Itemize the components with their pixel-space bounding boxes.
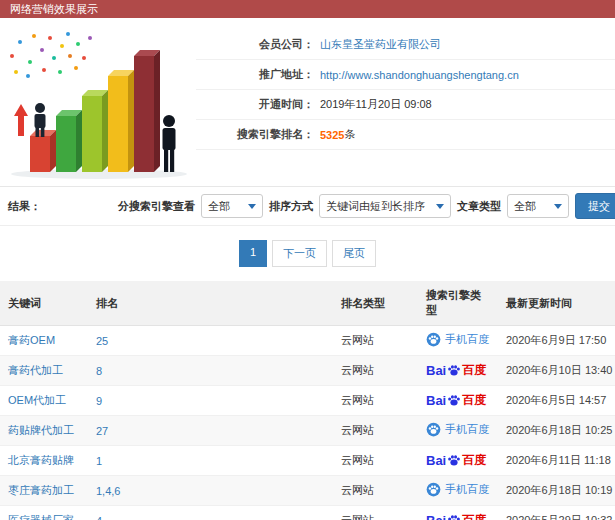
bar-yellow <box>108 70 134 172</box>
sort-select[interactable]: 关键词由短到长排序 <box>319 194 451 218</box>
type-select[interactable]: 全部 <box>507 194 569 218</box>
table-row: 膏药OEM25云网站手机百度2020年6月9日 17:50 <box>0 326 615 356</box>
baidu-logo: Bai百度 <box>426 362 486 379</box>
mobile-baidu-icon <box>426 482 441 497</box>
bar-green <box>56 110 82 172</box>
rank-type-cell: 云网站 <box>333 356 418 386</box>
results-table: 关键词排名排名类型搜索引擎类型最新更新时间 膏药OEM25云网站手机百度2020… <box>0 281 615 520</box>
engine-cell: Bai百度 <box>418 386 498 416</box>
updated-time-cell: 2020年6月5日 14:57 <box>498 386 615 416</box>
info-row: 会员公司：山东皇圣堂药业有限公司 <box>196 30 615 60</box>
info-value[interactable]: http://www.shandonghuangshengtang.cn <box>320 69 519 81</box>
engine-cell: Bai百度 <box>418 506 498 520</box>
baidu-paw-icon <box>447 514 461 520</box>
last-page-button[interactable]: 尾页 <box>332 240 376 267</box>
businessman-right <box>163 115 176 172</box>
engine-cell: Bai百度 <box>418 446 498 476</box>
baidu-paw-icon <box>447 394 461 407</box>
mobile-baidu-icon <box>426 422 441 437</box>
rank-cell: 1 <box>88 446 333 476</box>
baidu-cn-label: 百度 <box>462 362 486 379</box>
baidu-latin: Bai <box>426 513 446 520</box>
mobile-baidu-logo: 手机百度 <box>426 482 489 497</box>
keyword-cell[interactable]: 枣庄膏药加工 <box>0 476 88 506</box>
baidu-latin: Bai <box>426 453 446 468</box>
rank-cell: 27 <box>88 416 333 446</box>
page-header: 网络营销效果展示 <box>0 0 615 18</box>
table-row: 药贴牌代加工27云网站手机百度2020年6月18日 10:25 <box>0 416 615 446</box>
info-label: 搜索引擎排名： <box>196 127 314 142</box>
column-header: 排名 <box>88 281 333 326</box>
updated-time-cell: 2020年6月18日 10:19 <box>498 476 615 506</box>
rank-cell: 1,4,6 <box>88 476 333 506</box>
baidu-logo: Bai百度 <box>426 512 486 520</box>
type-filter-label: 文章类型 <box>457 199 501 214</box>
mobile-baidu-logo: 手机百度 <box>426 332 489 347</box>
updated-time-cell: 2020年5月29日 10:32 <box>498 506 615 520</box>
table-row: OEM代加工9云网站Bai百度2020年6月5日 14:57 <box>0 386 615 416</box>
filter-bar: 结果： 分搜索引擎查看 全部 排序方式 关键词由短到长排序 文章类型 全部 提交 <box>0 186 615 226</box>
info-row: 搜索引擎排名：5325条 <box>196 120 615 150</box>
rank-type-cell: 云网站 <box>333 476 418 506</box>
keyword-cell[interactable]: 医疗器械厂家 <box>0 506 88 520</box>
rank-type-cell: 云网站 <box>333 326 418 356</box>
chevron-down-icon <box>554 204 562 209</box>
rank-type-cell: 云网站 <box>333 506 418 520</box>
table-row: 枣庄膏药加工1,4,6云网站手机百度2020年6月18日 10:19 <box>0 476 615 506</box>
type-select-value: 全部 <box>514 199 536 214</box>
column-header: 关键词 <box>0 281 88 326</box>
bar-lime <box>82 90 108 172</box>
mobile-baidu-label: 手机百度 <box>445 482 489 497</box>
submit-button[interactable]: 提交 <box>575 193 615 219</box>
info-row: 推广地址：http://www.shandonghuangshengtang.c… <box>196 60 615 90</box>
rank-type-cell: 云网站 <box>333 446 418 476</box>
confetti-dots <box>10 32 92 78</box>
pagination: 1 下一页 尾页 <box>0 240 615 267</box>
keyword-cell[interactable]: OEM代加工 <box>0 386 88 416</box>
info-label: 开通时间： <box>196 97 314 112</box>
column-header: 最新更新时间 <box>498 281 615 326</box>
column-header: 排名类型 <box>333 281 418 326</box>
keyword-cell[interactable]: 膏药OEM <box>0 326 88 356</box>
info-suffix: 条 <box>344 127 355 142</box>
page: 网络营销效果展示 <box>0 0 615 520</box>
baidu-logo: Bai百度 <box>426 392 486 409</box>
rank-type-cell: 云网站 <box>333 386 418 416</box>
mobile-baidu-label: 手机百度 <box>445 332 489 347</box>
table-row: 医疗器械厂家4云网站Bai百度2020年5月29日 10:32 <box>0 506 615 520</box>
baidu-cn-label: 百度 <box>462 392 486 409</box>
page-1-button[interactable]: 1 <box>239 240 267 267</box>
rank-type-cell: 云网站 <box>333 416 418 446</box>
rank-cell: 9 <box>88 386 333 416</box>
info-label: 会员公司： <box>196 37 314 52</box>
next-page-button[interactable]: 下一页 <box>272 240 327 267</box>
table-body: 膏药OEM25云网站手机百度2020年6月9日 17:50膏药代加工8云网站Ba… <box>0 326 615 520</box>
rank-cell: 4 <box>88 506 333 520</box>
info-value[interactable]: 山东皇圣堂药业有限公司 <box>320 37 441 52</box>
engine-cell: Bai百度 <box>418 356 498 386</box>
results-label: 结果： <box>8 199 41 214</box>
sort-filter-label: 排序方式 <box>269 199 313 214</box>
info-fields: 会员公司：山东皇圣堂药业有限公司推广地址：http://www.shandong… <box>196 30 615 180</box>
baidu-cn-label: 百度 <box>462 512 486 520</box>
column-header: 搜索引擎类型 <box>418 281 498 326</box>
keyword-cell[interactable]: 药贴牌代加工 <box>0 416 88 446</box>
mobile-baidu-icon <box>426 332 441 347</box>
info-label: 推广地址： <box>196 67 314 82</box>
updated-time-cell: 2020年6月10日 13:40 <box>498 356 615 386</box>
engine-cell: 手机百度 <box>418 326 498 356</box>
keyword-cell[interactable]: 北京膏药贴牌 <box>0 446 88 476</box>
table-row: 膏药代加工8云网站Bai百度2020年6月10日 13:40 <box>0 356 615 386</box>
mobile-baidu-label: 手机百度 <box>445 422 489 437</box>
updated-time-cell: 2020年6月18日 10:25 <box>498 416 615 446</box>
engine-select-value: 全部 <box>208 199 230 214</box>
page-title: 网络营销效果展示 <box>10 3 98 15</box>
up-arrow <box>14 104 28 136</box>
engine-select[interactable]: 全部 <box>201 194 263 218</box>
info-row: 开通时间：2019年11月20日 09:08 <box>196 90 615 120</box>
baidu-cn-label: 百度 <box>462 452 486 469</box>
baidu-latin: Bai <box>426 363 446 378</box>
chevron-down-icon <box>436 204 444 209</box>
baidu-paw-icon <box>447 454 461 467</box>
keyword-cell[interactable]: 膏药代加工 <box>0 356 88 386</box>
